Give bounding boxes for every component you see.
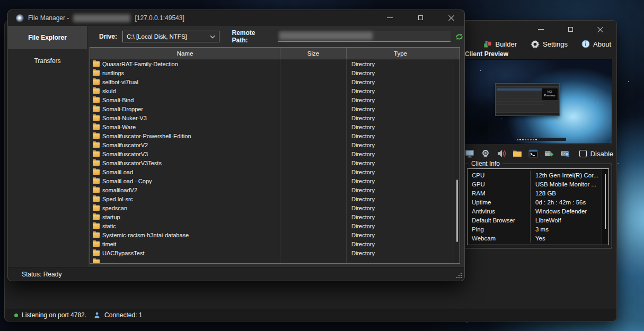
redacted-remote-path: [279, 32, 373, 40]
table-row[interactable]: SomaliLoad - CopyDirectory: [90, 176, 460, 185]
builder-cubes-icon: [483, 40, 492, 49]
file-manager-window: File Manager - [127.0.0.1:49543] File Ex…: [7, 10, 465, 281]
folder-icon: [93, 169, 100, 175]
file-table-header: Name Size Type: [90, 48, 460, 59]
minimize-button[interactable]: [532, 23, 550, 35]
tab-transfers[interactable]: Transfers: [8, 49, 87, 73]
keylogger-icon[interactable]: [560, 148, 570, 159]
folder-icon: [93, 187, 100, 193]
table-row[interactable]: timeitDirectory: [90, 239, 460, 248]
table-row[interactable]: Somalifuscator-Powershell-EditionDirecto…: [90, 131, 460, 140]
folder-icon: [93, 260, 100, 264]
table-row[interactable]: Systemic-racism-h3ntai-databaseDirectory: [90, 230, 460, 239]
preview-nested-window: NO Preview: [495, 83, 560, 116]
column-header-size[interactable]: Size: [280, 48, 347, 59]
folder-icon: [93, 232, 100, 238]
client-info-row: RAM128 GB: [467, 189, 602, 198]
refresh-icon[interactable]: [454, 31, 464, 42]
server-statusbar: Listening on port 4782. Connected: 1: [5, 309, 616, 321]
table-row[interactable]: QuasarRAT-Family-DetectionDirectory: [90, 59, 460, 68]
server-titlebar[interactable]: [532, 23, 609, 35]
client-info-groupbox: Client Info CPU12th Gen Intel(R) Cor...G…: [464, 164, 612, 248]
folder-icon: [93, 241, 100, 247]
preview-taskbar: [515, 138, 566, 141]
connected-count-text: Connected: 1: [104, 311, 142, 319]
table-row[interactable]: staticDirectory: [90, 221, 460, 230]
table-row[interactable]: Somali-DropperDirectory: [90, 104, 460, 113]
minimize-button[interactable]: [381, 12, 399, 23]
maximize-button[interactable]: [561, 23, 579, 35]
file-manager-icon[interactable]: [513, 148, 523, 159]
drive-label: Drive:: [99, 33, 117, 40]
folder-icon: [93, 205, 100, 211]
folder-icon: [93, 251, 100, 256]
client-preview-label: Client Preview: [464, 50, 613, 59]
client-info-title: Client Info: [469, 160, 502, 167]
folder-icon: [93, 178, 100, 184]
audio-icon[interactable]: [497, 148, 507, 159]
table-row-partial[interactable]: [90, 257, 460, 264]
table-row[interactable]: somaliloadV2Directory: [90, 185, 460, 194]
resize-grip[interactable]: [461, 277, 462, 278]
disable-checkbox[interactable]: [579, 150, 587, 157]
table-row[interactable]: Somali-Nuker-V3Directory: [90, 113, 460, 122]
table-row[interactable]: skuldDirectory: [90, 86, 460, 95]
folder-icon: [93, 61, 100, 67]
table-row[interactable]: UACBypassTestDirectory: [90, 248, 460, 257]
close-button[interactable]: [591, 23, 609, 35]
folder-icon: [93, 160, 100, 166]
column-header-type[interactable]: Type: [347, 48, 454, 59]
table-row[interactable]: SomalifuscatorV2Directory: [90, 140, 460, 149]
about-button[interactable]: About: [581, 40, 611, 48]
remote-path-input[interactable]: [278, 31, 451, 42]
builder-label: Builder: [496, 40, 517, 48]
file-manager-statusbar: Status: Ready: [8, 267, 464, 281]
table-row[interactable]: Somali-BindDirectory: [90, 95, 460, 104]
table-row[interactable]: Somali-WareDirectory: [90, 122, 460, 131]
file-table: Name Size Type QuasarRAT-Family-Detectio…: [90, 47, 460, 264]
preview-stars: [480, 70, 481, 71]
client-info-scrollbar[interactable]: [602, 169, 608, 245]
column-header-name[interactable]: Name: [90, 48, 280, 59]
preview-no-preview-box: NO Preview: [542, 88, 558, 100]
settings-button[interactable]: Settings: [531, 40, 568, 49]
table-row[interactable]: Sped.lol-srcDirectory: [90, 194, 460, 203]
drive-select[interactable]: C:\ [Local Disk, NTFS]: [122, 31, 219, 42]
table-row[interactable]: SomaliLoadDirectory: [90, 167, 460, 176]
status-text: Status: Ready: [22, 271, 61, 278]
file-manager-titlebar[interactable]: File Manager - [127.0.0.1:49543]: [8, 10, 464, 26]
client-info-row: AntivirusWindows Defender: [467, 207, 602, 216]
client-preview-image[interactable]: NO Preview: [464, 59, 612, 144]
folder-icon: [93, 223, 100, 229]
table-row[interactable]: selfbot-vi7tualDirectory: [90, 77, 460, 86]
maximize-button[interactable]: [411, 12, 429, 23]
folder-icon: [93, 151, 100, 157]
tab-file-explorer[interactable]: File Explorer: [8, 26, 87, 49]
table-row[interactable]: startupDirectory: [90, 212, 460, 221]
remote-path-label: Remote Path:: [232, 29, 273, 44]
file-manager-title: File Manager - [127.0.0.1:49543]: [28, 14, 184, 22]
file-manager-sidebar: File Explorer Transfers: [8, 26, 87, 267]
folder-icon: [93, 88, 100, 94]
folder-icon: [93, 124, 100, 130]
file-transfer-icon[interactable]: [544, 148, 554, 159]
disable-label: Disable: [590, 150, 613, 158]
close-button[interactable]: [442, 12, 460, 23]
listening-status-text: Listening on port 4782.: [22, 311, 86, 319]
client-info-row: Default BrowserLibreWolf: [467, 216, 602, 225]
table-row[interactable]: SomalifuscatorV3TestsDirectory: [90, 158, 460, 167]
table-row[interactable]: rustlingsDirectory: [90, 68, 460, 77]
folder-icon: [93, 106, 100, 112]
webcam-icon[interactable]: [481, 148, 491, 159]
client-info-table: CPU12th Gen Intel(R) Cor...GPUUSB Mobile…: [467, 168, 609, 245]
file-table-scrollbar[interactable]: [454, 59, 460, 264]
gear-icon: [531, 40, 540, 49]
folder-icon: [93, 79, 100, 85]
builder-button[interactable]: Builder: [483, 40, 517, 49]
listening-status-icon: [14, 314, 18, 317]
remote-shell-icon[interactable]: [528, 148, 539, 159]
table-row[interactable]: spedscanDirectory: [90, 203, 460, 212]
table-row[interactable]: SomalifuscatorV3Directory: [90, 149, 460, 158]
folder-icon: [93, 214, 100, 220]
remote-desktop-icon[interactable]: [465, 148, 475, 159]
